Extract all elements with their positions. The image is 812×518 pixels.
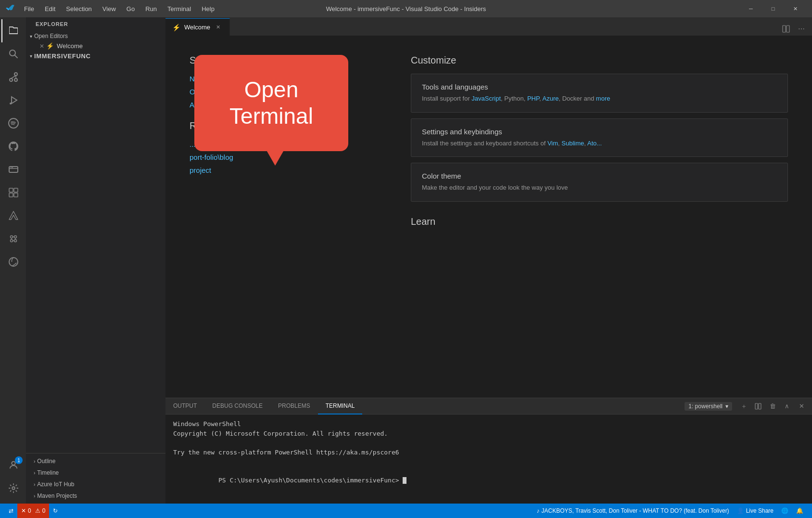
maximize-button[interactable]: □ bbox=[762, 0, 784, 17]
sync-status[interactable]: ↻ bbox=[49, 504, 62, 518]
terminal-dropdown[interactable]: 1: powershell ▾ bbox=[685, 402, 732, 411]
more-actions-button[interactable]: ⋯ bbox=[795, 22, 808, 36]
folder-header[interactable]: ▾ ImmersiveFunc bbox=[26, 51, 165, 62]
minimize-button[interactable]: ─ bbox=[740, 0, 762, 17]
terminal-line-2 bbox=[173, 438, 804, 448]
activity-item-accounts[interactable]: 1 bbox=[1, 453, 25, 477]
activity-item-source-control[interactable] bbox=[1, 65, 25, 89]
globe-status[interactable]: 🌐 bbox=[777, 504, 792, 518]
menu-view[interactable]: View bbox=[98, 3, 121, 14]
warning-icon: ⚠ bbox=[35, 507, 40, 514]
kill-terminal-button[interactable]: 🗑 bbox=[766, 400, 779, 413]
editor-area: ⚡ Welcome ✕ ⋯ Op bbox=[165, 17, 812, 504]
open-editor-welcome[interactable]: ✕ ⚡ Welcome bbox=[26, 41, 165, 51]
menu-go[interactable]: Go bbox=[122, 3, 140, 14]
notification-status[interactable]: 🔔 bbox=[792, 504, 807, 518]
close-button[interactable]: ✕ bbox=[784, 0, 806, 17]
card-tools[interactable]: Tools and languages Install support for … bbox=[411, 74, 788, 113]
close-icon[interactable]: ✕ bbox=[39, 43, 44, 50]
link-atom[interactable]: Ato... bbox=[587, 140, 602, 147]
chevron-down-icon-folder: ▾ bbox=[30, 53, 32, 59]
menu-file[interactable]: File bbox=[19, 3, 39, 14]
link-more[interactable]: more bbox=[596, 95, 610, 102]
activity-item-settings[interactable] bbox=[1, 477, 25, 500]
terminal-line-0: Windows PowerShell bbox=[173, 419, 804, 429]
new-terminal-button[interactable]: ＋ bbox=[737, 400, 750, 413]
accounts-badge: 1 bbox=[15, 456, 23, 464]
svg-point-4 bbox=[14, 78, 17, 81]
terminal-dropdown-label: 1: powershell bbox=[688, 403, 723, 410]
remote-icon: ⇄ bbox=[9, 507, 13, 514]
chevron-down-icon-terminal: ▾ bbox=[725, 403, 728, 410]
activity-item-github[interactable] bbox=[1, 135, 25, 158]
chevron-right-icon-maven: › bbox=[34, 493, 35, 499]
card-settings-title: Settings and keybindings bbox=[422, 128, 777, 136]
azure-iot-hub-label: Azure IoT Hub bbox=[37, 481, 74, 488]
link-azure[interactable]: Azure bbox=[543, 95, 559, 102]
open-editors-header[interactable]: ▾ Open Editors bbox=[26, 31, 165, 41]
panel-close-button[interactable]: ✕ bbox=[795, 400, 808, 413]
menu-run[interactable]: Run bbox=[140, 3, 162, 14]
split-terminal-button[interactable] bbox=[751, 400, 765, 413]
live-share-icon: 👤 bbox=[737, 507, 744, 514]
sidebar-item-azure-iot-hub[interactable]: › Azure IoT Hub bbox=[26, 479, 165, 490]
activity-item-search[interactable] bbox=[1, 42, 25, 65]
sidebar-item-outline[interactable]: › Outline bbox=[26, 455, 165, 467]
link-php[interactable]: PHP bbox=[527, 95, 539, 102]
folder-name: ImmersiveFunc bbox=[34, 52, 91, 60]
activity-item-azure[interactable] bbox=[1, 204, 25, 227]
activity-item-remote[interactable] bbox=[1, 158, 25, 181]
card-theme[interactable]: Color theme Make the editor and your cod… bbox=[411, 163, 788, 202]
svg-point-20 bbox=[14, 236, 17, 238]
panel-tab-terminal[interactable]: TERMINAL bbox=[318, 398, 363, 414]
link-sublime[interactable]: Sublime bbox=[561, 140, 584, 147]
svg-point-22 bbox=[14, 240, 17, 242]
activity-item-spotify[interactable] bbox=[1, 112, 25, 135]
svg-point-28 bbox=[12, 462, 15, 465]
live-share-status[interactable]: 👤 Live Share bbox=[733, 504, 777, 518]
link-vim[interactable]: Vim bbox=[547, 140, 558, 147]
tab-welcome[interactable]: ⚡ Welcome ✕ bbox=[165, 18, 230, 36]
panel-tab-output[interactable]: OUTPUT bbox=[165, 398, 204, 414]
tab-bar: ⚡ Welcome ✕ ⋯ bbox=[165, 17, 812, 36]
recent-item-2[interactable]: project bbox=[190, 166, 372, 174]
window-title: Welcome - immersiveFunc - Visual Studio … bbox=[326, 5, 486, 13]
activity-item-npm[interactable] bbox=[1, 227, 25, 250]
card-settings[interactable]: Settings and keybindings Install the set… bbox=[411, 118, 788, 157]
menubar: File Edit Selection View Go Run Terminal… bbox=[19, 3, 219, 14]
activity-item-extensions[interactable] bbox=[1, 181, 25, 204]
svg-rect-33 bbox=[759, 403, 761, 409]
sidebar: Explorer ▾ Open Editors ✕ ⚡ Welcome ▾ Im… bbox=[26, 17, 165, 504]
tab-welcome-label: Welcome bbox=[184, 24, 210, 31]
panel-up-button[interactable]: ∧ bbox=[780, 400, 794, 413]
card-theme-title: Color theme bbox=[422, 172, 777, 180]
activity-item-explorer[interactable] bbox=[1, 19, 25, 42]
error-status[interactable]: ✕ 0 ⚠ 0 bbox=[17, 504, 49, 518]
card-theme-desc: Make the editor and your code look the w… bbox=[422, 183, 777, 193]
sidebar-item-maven[interactable]: › Maven Projects bbox=[26, 490, 165, 502]
remote-status[interactable]: ⇄ bbox=[5, 504, 17, 518]
tab-close-button[interactable]: ✕ bbox=[214, 23, 223, 32]
menu-edit[interactable]: Edit bbox=[40, 3, 60, 14]
menu-selection[interactable]: Selection bbox=[61, 3, 96, 14]
card-settings-desc: Install the settings and keyboard shortc… bbox=[422, 139, 777, 148]
terminal-line-5: PS C:\Users\Ayush\Documents\codes\immers… bbox=[173, 466, 804, 495]
terminal-content[interactable]: Windows PowerShell Copyright (C) Microso… bbox=[165, 414, 812, 504]
terminal-popup: Open Terminal bbox=[194, 55, 348, 151]
panel-tab-problems[interactable]: PROBLEMS bbox=[270, 398, 318, 414]
split-editor-button[interactable] bbox=[779, 22, 793, 36]
warning-count: 0 bbox=[42, 507, 46, 514]
panel-tab-debug[interactable]: DEBUG CONSOLE bbox=[204, 398, 270, 414]
sidebar-item-timeline[interactable]: › Timeline bbox=[26, 467, 165, 479]
svg-marker-18 bbox=[9, 211, 18, 220]
customize-title: Customize bbox=[411, 55, 788, 66]
menu-terminal[interactable]: Terminal bbox=[163, 3, 196, 14]
svg-marker-7 bbox=[12, 97, 17, 104]
link-js[interactable]: JavaScript bbox=[471, 95, 501, 102]
activity-item-run[interactable] bbox=[1, 89, 25, 112]
menu-help[interactable]: Help bbox=[197, 3, 219, 14]
music-status[interactable]: ♪ JACKBOYS, Travis Scott, Don Toliver - … bbox=[533, 504, 733, 518]
bell-icon: 🔔 bbox=[796, 507, 803, 514]
activity-item-edge[interactable] bbox=[1, 250, 25, 273]
sidebar-tree bbox=[26, 62, 165, 453]
